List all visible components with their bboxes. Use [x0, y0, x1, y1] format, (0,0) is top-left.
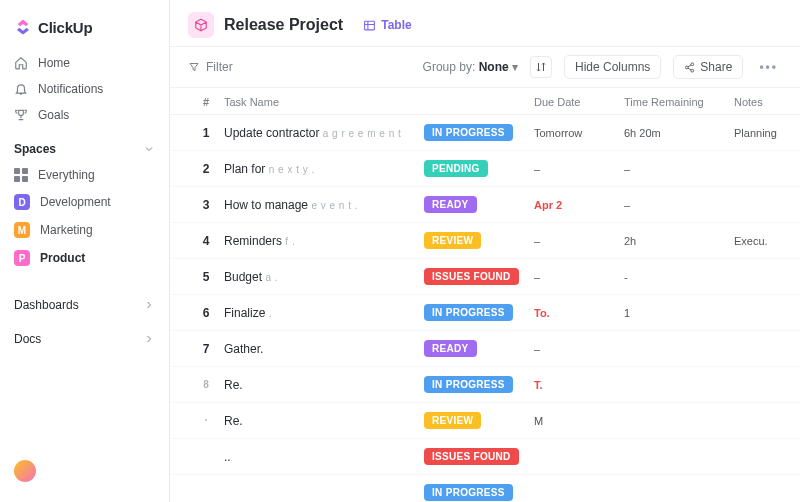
hide-columns-button[interactable]: Hide Columns: [564, 55, 661, 79]
task-name[interactable]: Plan for n e x t y .: [224, 162, 424, 176]
status-cell[interactable]: PENDING: [424, 160, 534, 177]
status-cell[interactable]: IN PROGRESS: [424, 304, 534, 321]
task-name[interactable]: Re.: [224, 414, 424, 428]
notes[interactable]: Execu.: [734, 235, 800, 247]
due-date[interactable]: T.: [534, 379, 624, 391]
status-badge: IN PROGRESS: [424, 376, 513, 393]
table-header: # Task Name Due Date Time Remaining Note…: [170, 88, 800, 115]
table-row[interactable]: ·Re.REVIEWM: [170, 403, 800, 439]
notes[interactable]: Planning: [734, 127, 800, 139]
task-name[interactable]: Gather.: [224, 342, 424, 356]
task-name[interactable]: How to manage e v e n t .: [224, 198, 424, 212]
due-date[interactable]: –: [534, 271, 624, 283]
space-product[interactable]: PProduct: [0, 244, 169, 272]
spaces-label: Spaces: [14, 142, 56, 156]
due-date[interactable]: Tomorrow: [534, 127, 624, 139]
sidebar-item-goals[interactable]: Goals: [0, 102, 169, 128]
filter-icon: [188, 61, 200, 73]
task-table: # Task Name Due Date Time Remaining Note…: [170, 88, 800, 502]
spaces-header[interactable]: Spaces: [0, 128, 169, 162]
status-badge: ISSUES FOUND: [424, 448, 519, 465]
sort-button[interactable]: [530, 56, 552, 78]
time-remaining[interactable]: 2h: [624, 235, 734, 247]
group-by-control[interactable]: Group by: None ▾: [423, 60, 518, 74]
status-cell[interactable]: REVIEW: [424, 232, 534, 249]
status-cell[interactable]: IN PROGRESS: [424, 484, 534, 501]
view-tab-table[interactable]: Table: [363, 18, 411, 32]
brand-name: ClickUp: [38, 19, 92, 36]
col-notes[interactable]: Notes: [734, 96, 800, 108]
status-badge: IN PROGRESS: [424, 304, 513, 321]
time-remaining[interactable]: –: [624, 163, 734, 175]
table-row[interactable]: 3How to manage e v e n t .READYApr 2–: [170, 187, 800, 223]
task-name[interactable]: Budget a .: [224, 270, 424, 284]
space-marketing[interactable]: MMarketing: [0, 216, 169, 244]
status-cell[interactable]: ISSUES FOUND: [424, 448, 534, 465]
time-remaining[interactable]: 6h 20m: [624, 127, 734, 139]
sidebar-everything[interactable]: Everything: [0, 162, 169, 188]
sidebar-item-dashboards[interactable]: Dashboards: [0, 284, 169, 318]
table-row[interactable]: ..ISSUES FOUND: [170, 439, 800, 475]
avatar[interactable]: [14, 460, 36, 482]
topbar: Release Project Table: [170, 0, 800, 47]
toolbar: Filter Group by: None ▾ Hide Columns Sha…: [170, 47, 800, 88]
table-row[interactable]: 2Plan for n e x t y .PENDING––: [170, 151, 800, 187]
sidebar-item-home[interactable]: Home: [0, 50, 169, 76]
table-row[interactable]: 7Gather.READY–: [170, 331, 800, 367]
task-name[interactable]: Re.: [224, 378, 424, 392]
table-row[interactable]: 4Reminders f .REVIEW–2hExecu.: [170, 223, 800, 259]
status-cell[interactable]: IN PROGRESS: [424, 376, 534, 393]
status-cell[interactable]: READY: [424, 196, 534, 213]
view-label: Table: [381, 18, 411, 32]
sidebar: ClickUp HomeNotificationsGoals Spaces Ev…: [0, 0, 170, 502]
everything-label: Everything: [38, 168, 95, 182]
table-icon: [363, 19, 376, 32]
status-badge: PENDING: [424, 160, 488, 177]
table-row[interactable]: 1Update contractor a g r e e m e n tIN P…: [170, 115, 800, 151]
due-date[interactable]: M: [534, 415, 624, 427]
space-development[interactable]: DDevelopment: [0, 188, 169, 216]
due-date[interactable]: –: [534, 343, 624, 355]
time-remaining[interactable]: –: [624, 199, 734, 211]
task-name[interactable]: Reminders f .: [224, 234, 424, 248]
col-due[interactable]: Due Date: [534, 96, 624, 108]
row-number: 7: [188, 342, 224, 356]
status-badge: REVIEW: [424, 232, 481, 249]
due-date[interactable]: –: [534, 163, 624, 175]
filter-button[interactable]: Filter: [188, 60, 233, 74]
row-number: 4: [188, 234, 224, 248]
logo[interactable]: ClickUp: [0, 12, 169, 50]
col-remain[interactable]: Time Remaining: [624, 96, 734, 108]
share-button[interactable]: Share: [673, 55, 743, 79]
status-badge: READY: [424, 340, 477, 357]
due-date[interactable]: –: [534, 235, 624, 247]
status-cell[interactable]: REVIEW: [424, 412, 534, 429]
col-num[interactable]: #: [188, 96, 224, 108]
table-row[interactable]: 6Finalize .IN PROGRESSTo.1: [170, 295, 800, 331]
col-name[interactable]: Task Name: [224, 96, 424, 108]
table-row[interactable]: 5Budget a .ISSUES FOUND–-: [170, 259, 800, 295]
time-remaining[interactable]: 1: [624, 307, 734, 319]
due-date[interactable]: Apr 2: [534, 199, 624, 211]
status-cell[interactable]: ISSUES FOUND: [424, 268, 534, 285]
status-cell[interactable]: IN PROGRESS: [424, 124, 534, 141]
project-icon[interactable]: [188, 12, 214, 38]
task-name[interactable]: ..: [224, 450, 424, 464]
task-name[interactable]: Update contractor a g r e e m e n t: [224, 126, 424, 140]
sidebar-item-docs[interactable]: Docs: [0, 318, 169, 352]
status-badge: IN PROGRESS: [424, 484, 513, 501]
task-name[interactable]: Finalize .: [224, 306, 424, 320]
table-row[interactable]: 8Re.IN PROGRESST.: [170, 367, 800, 403]
table-row[interactable]: IN PROGRESS: [170, 475, 800, 502]
due-date[interactable]: To.: [534, 307, 624, 319]
sort-icon: [535, 61, 547, 73]
sidebar-item-notifications[interactable]: Notifications: [0, 76, 169, 102]
row-number: ·: [188, 415, 224, 426]
row-number: 6: [188, 306, 224, 320]
status-cell[interactable]: READY: [424, 340, 534, 357]
time-remaining[interactable]: -: [624, 271, 734, 283]
more-button[interactable]: •••: [755, 60, 782, 74]
chevron-down-icon: [143, 143, 155, 155]
svg-rect-0: [365, 21, 375, 30]
space-badge-icon: P: [14, 250, 30, 266]
